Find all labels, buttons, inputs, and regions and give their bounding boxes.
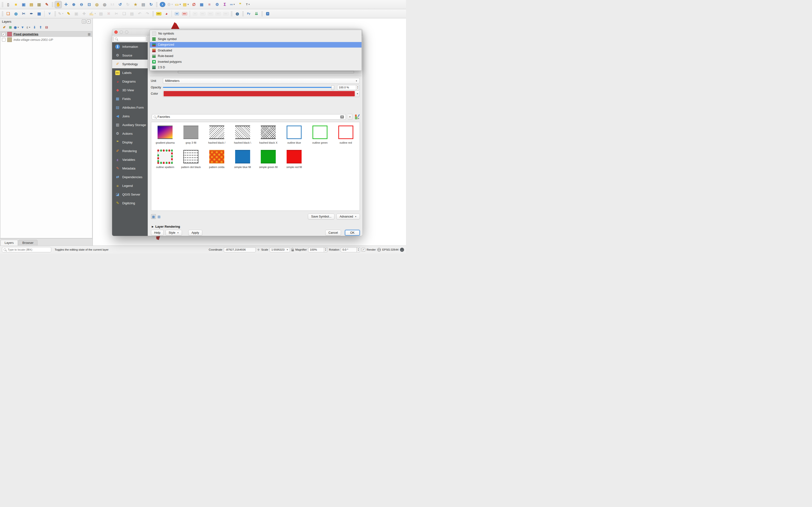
open-data-source-manager-button[interactable]: ❏ <box>5 10 12 17</box>
sidebar-item-metadata[interactable]: ✎Metadata <box>112 164 148 173</box>
zoom-window-button[interactable] <box>125 31 128 34</box>
locate-input[interactable] <box>2 247 51 252</box>
field-calculator-button[interactable]: ≡ <box>206 1 213 8</box>
zoom-to-layer-button[interactable]: ◎ <box>93 1 101 8</box>
renderer-option-graduated[interactable]: Graduated <box>150 48 361 53</box>
opacity-value[interactable]: 100.0 % <box>337 85 356 90</box>
measure-button[interactable]: ═▼ <box>229 1 236 8</box>
toolbar-grip[interactable] <box>152 11 154 16</box>
symbol-gray-3-fill[interactable]: gray 3 fill <box>178 125 204 144</box>
cancel-button[interactable]: Cancel <box>325 230 341 236</box>
zoom-to-selection-button[interactable]: ◎ <box>101 1 108 8</box>
text-annotation-button[interactable]: T▼ <box>244 1 252 8</box>
sidebar-item-information[interactable]: ℹInformation <box>112 42 148 51</box>
new-spatial-bookmark-button[interactable]: ★ <box>132 1 139 8</box>
scale-combo[interactable]: 1:5595323▼ <box>270 247 290 252</box>
save-symbol-button[interactable]: Save Symbol... <box>308 214 335 219</box>
pin-labels-button[interactable]: ab <box>173 10 181 17</box>
crs-status[interactable]: EPSG:32644 <box>382 248 399 251</box>
extents-icon[interactable]: ✛ <box>257 248 260 251</box>
rotation-spinbox[interactable]: 0.0 ° ▲▼ <box>341 247 360 252</box>
processing-options-button[interactable]: ⚙ <box>213 1 221 8</box>
filter-legend-button[interactable]: ▼ <box>19 24 26 30</box>
toolbar-grip[interactable] <box>242 11 244 16</box>
remove-layer-button[interactable]: ⊟ <box>44 24 50 30</box>
sidebar-item-auxiliary-storage[interactable]: ▥Auxiliary Storage <box>112 120 148 129</box>
new-print-layout-button[interactable]: ▤ <box>28 1 35 8</box>
chevron-down-icon[interactable]: ▼ <box>355 91 359 97</box>
symbol-simple-green-fill[interactable]: simple green fill <box>255 150 281 169</box>
color-button[interactable]: ▼ <box>163 90 360 97</box>
opacity-slider-handle[interactable] <box>331 85 334 90</box>
clear-filter-icon[interactable]: ✕ <box>340 115 344 119</box>
symbol-simple-blue-fill[interactable]: simple blue fill <box>230 150 255 169</box>
sidebar-item-3d-view[interactable]: ◆3D View <box>112 86 148 95</box>
project-open-button[interactable]: ■ <box>12 1 19 8</box>
locate-input-field[interactable] <box>7 248 45 251</box>
layer-diagram-button[interactable]: ◕ <box>163 10 170 17</box>
statistical-summary-button[interactable]: Σ <box>221 1 229 8</box>
magnifier-spinbox[interactable]: 100% ▲▼ <box>308 247 327 252</box>
new-shapefile-layer-button[interactable]: V <box>46 10 53 17</box>
sidebar-item-dependencies[interactable]: ⇄Dependencies <box>112 173 148 181</box>
layer-visibility-checkbox[interactable] <box>2 38 6 42</box>
style-manager-button[interactable]: ✎ <box>43 1 51 8</box>
highlight-pinned-labels-button[interactable]: abc <box>181 10 188 17</box>
open-attribute-table-button[interactable]: ▦ <box>198 1 205 8</box>
symbol-outline-red[interactable]: outline red <box>333 125 359 144</box>
style-menu-button[interactable]: Style▼ <box>165 230 182 236</box>
toolbar-grip[interactable] <box>54 11 56 16</box>
add-group-button[interactable]: ⊞ <box>7 24 13 30</box>
symbol-hashed-black-back[interactable]: hashed black \ <box>230 125 255 144</box>
close-panel-button[interactable]: × <box>87 19 91 23</box>
layer-labeling-button[interactable]: abc <box>155 10 162 17</box>
help-button[interactable]: ? <box>264 10 271 17</box>
close-window-button[interactable] <box>114 31 118 34</box>
sidebar-item-qgis-server[interactable]: ◪QGIS Server <box>112 190 148 199</box>
symbol-outline-blue[interactable]: outline blue <box>281 125 307 144</box>
layer-visibility-checkbox[interactable]: ✓ <box>2 32 6 36</box>
symbol-hashed-black-fwd[interactable]: hashed black / <box>204 125 230 144</box>
symbol-filter-dropdown-button[interactable]: ▼ <box>348 114 352 120</box>
dock-tab-browser[interactable]: Browser <box>18 240 38 246</box>
dock-tab-layers[interactable]: Layers <box>0 240 18 246</box>
sidebar-item-digitizing[interactable]: ✎Digitizing <box>112 199 148 207</box>
zoom-last-button[interactable]: ↺ <box>116 1 124 8</box>
open-layer-styling-button[interactable]: ✐ <box>1 24 7 30</box>
python-console-button[interactable]: Py <box>245 10 252 17</box>
metasearch-button[interactable]: ◍ <box>234 10 241 17</box>
help-button[interactable]: Help <box>151 230 164 236</box>
sidebar-item-joins[interactable]: ◀Joins <box>112 112 148 120</box>
zoom-full-button[interactable]: ⊡ <box>86 1 93 8</box>
advanced-button[interactable]: Advanced▼ <box>337 214 360 219</box>
symbol-filter-input[interactable]: Favorites ✕ <box>152 114 346 119</box>
project-new-button[interactable]: ▯ <box>5 1 12 8</box>
show-layout-manager-button[interactable]: ▥ <box>36 1 43 8</box>
toggle-editing-button[interactable]: ✎ <box>65 10 72 17</box>
symbol-gradient-plasma[interactable]: gradient plasma <box>152 125 178 144</box>
float-panel-button[interactable]: ◻ <box>82 19 86 23</box>
sidebar-item-fields[interactable]: ▦Fields <box>112 95 148 103</box>
opacity-slider[interactable] <box>163 87 334 88</box>
add-vector-layer-button[interactable]: ◍ <box>12 10 19 17</box>
layer-rendering-group[interactable]: ▶ Layer Rendering <box>152 225 180 228</box>
sidebar-item-attributes-form[interactable]: ▤Attributes Form <box>112 103 148 112</box>
renderer-option-inverted-polygons[interactable]: Inverted polygons <box>150 59 361 64</box>
render-checkbox[interactable]: ✓ <box>361 248 365 251</box>
show-spatial-bookmarks-button[interactable]: ▤ <box>140 1 147 8</box>
ok-button[interactable]: OK <box>345 230 360 236</box>
sidebar-item-actions[interactable]: ⚙Actions <box>112 129 148 138</box>
sidebar-item-labels[interactable]: abcLabels <box>112 68 148 77</box>
layer-row[interactable]: ✓Fixed geometries▦ <box>0 32 92 37</box>
deselect-features-button[interactable]: ∅ <box>190 1 197 8</box>
toolbar-grip[interactable] <box>52 2 53 7</box>
add-delimited-text-layer-button[interactable]: ✂ <box>20 10 27 17</box>
toolbar-grip[interactable] <box>231 11 233 16</box>
identify-features-button[interactable]: ℹ <box>159 1 166 8</box>
list-view-button[interactable]: ▤ <box>157 214 161 219</box>
layer-name[interactable]: Fixed geometries <box>13 33 86 36</box>
collapse-all-button[interactable]: ⇑ <box>38 24 44 30</box>
layer-row[interactable]: india-village-census-2001-UP <box>0 37 92 43</box>
plugin-manager-button[interactable]: ⇊ <box>253 10 260 17</box>
toolbar-grip[interactable] <box>261 11 263 16</box>
